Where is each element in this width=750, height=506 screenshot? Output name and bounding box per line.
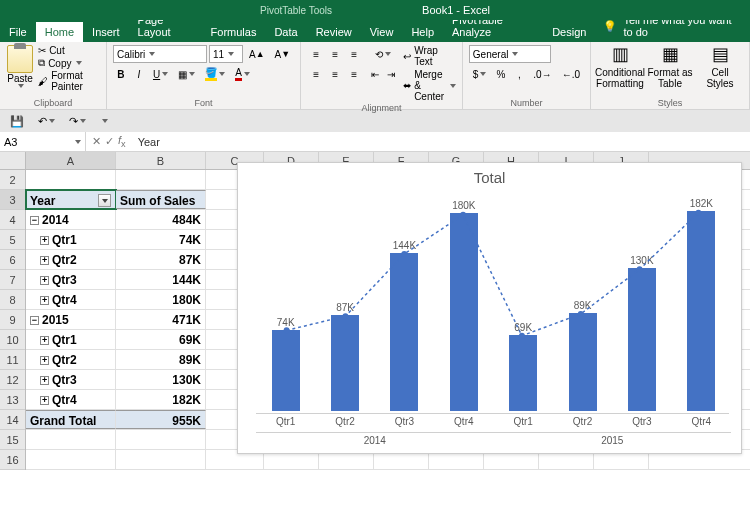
cell[interactable]: 182K (116, 390, 206, 409)
column-header[interactable]: A (26, 152, 116, 169)
align-top-button[interactable]: ≡ (307, 45, 325, 63)
tab-view[interactable]: View (361, 22, 403, 42)
column-header[interactable]: B (116, 152, 206, 169)
increase-font-button[interactable]: A▲ (245, 45, 269, 63)
expand-collapse-button[interactable]: + (40, 296, 49, 305)
cell[interactable] (116, 170, 206, 189)
cell[interactable]: 144K (116, 270, 206, 289)
underline-button[interactable]: U (149, 65, 172, 83)
orientation-button[interactable]: ⟲ (367, 45, 399, 63)
tab-insert[interactable]: Insert (83, 22, 129, 42)
italic-button[interactable]: I (131, 65, 147, 83)
row-header[interactable]: 3 (0, 190, 25, 210)
tab-review[interactable]: Review (307, 22, 361, 42)
name-box[interactable]: A3 (0, 132, 86, 151)
fill-color-button[interactable]: 🪣 (201, 65, 229, 83)
cell[interactable] (26, 430, 116, 449)
number-format-combo[interactable]: General (469, 45, 551, 63)
filter-button[interactable] (98, 194, 111, 207)
align-right-button[interactable]: ≡ (345, 65, 363, 83)
expand-collapse-button[interactable]: + (40, 396, 49, 405)
cell[interactable]: 87K (116, 250, 206, 269)
font-name-combo[interactable]: Calibri (113, 45, 207, 63)
increase-indent-button[interactable]: ⇥ (383, 65, 399, 83)
cell[interactable]: +Qtr1 (26, 230, 116, 249)
expand-collapse-button[interactable]: + (40, 356, 49, 365)
tab-data[interactable]: Data (265, 22, 306, 42)
cell[interactable]: +Qtr3 (26, 370, 116, 389)
cell[interactable]: 955K (116, 410, 206, 429)
borders-button[interactable]: ▦ (174, 65, 199, 83)
font-color-button[interactable]: A (231, 65, 254, 83)
align-middle-button[interactable]: ≡ (326, 45, 344, 63)
row-header[interactable]: 12 (0, 370, 25, 390)
cell[interactable] (116, 430, 206, 449)
wrap-text-button[interactable]: ↩Wrap Text (403, 45, 456, 67)
cell[interactable]: 74K (116, 230, 206, 249)
row-header[interactable]: 5 (0, 230, 25, 250)
conditional-formatting-button[interactable]: ▥Conditional Formatting (597, 45, 643, 89)
bold-button[interactable]: B (113, 65, 129, 83)
cell[interactable]: Grand Total (26, 410, 116, 429)
row-header[interactable]: 10 (0, 330, 25, 350)
row-header[interactable]: 2 (0, 170, 25, 190)
cell[interactable]: 180K (116, 290, 206, 309)
currency-button[interactable]: $ (469, 65, 491, 83)
expand-collapse-button[interactable]: + (40, 376, 49, 385)
expand-collapse-button[interactable]: + (40, 336, 49, 345)
expand-collapse-button[interactable]: + (40, 276, 49, 285)
expand-collapse-button[interactable]: + (40, 236, 49, 245)
row-header[interactable]: 14 (0, 410, 25, 430)
row-header[interactable]: 9 (0, 310, 25, 330)
row-header[interactable]: 6 (0, 250, 25, 270)
cut-button[interactable]: ✂Cut (38, 45, 100, 56)
font-size-combo[interactable]: 11 (209, 45, 243, 63)
expand-collapse-button[interactable]: − (30, 316, 39, 325)
expand-collapse-button[interactable]: + (40, 256, 49, 265)
align-bottom-button[interactable]: ≡ (345, 45, 363, 63)
cell[interactable]: 130K (116, 370, 206, 389)
increase-decimal-button[interactable]: .0→ (529, 65, 555, 83)
undo-button[interactable]: ↶ (34, 112, 59, 130)
cell[interactable]: 89K (116, 350, 206, 369)
pivot-chart[interactable]: Total 74K87K144K180K69K89K130K182K Qtr1Q… (237, 162, 742, 454)
decrease-indent-button[interactable]: ⇤ (367, 65, 383, 83)
cell[interactable]: Year (26, 190, 116, 209)
align-left-button[interactable]: ≡ (307, 65, 325, 83)
format-as-table-button[interactable]: ▦Format as Table (647, 45, 693, 89)
merge-center-button[interactable]: ⬌Merge & Center (403, 69, 456, 102)
qat-customize-button[interactable] (96, 112, 112, 130)
align-center-button[interactable]: ≡ (326, 65, 344, 83)
cell[interactable]: 69K (116, 330, 206, 349)
row-header[interactable]: 8 (0, 290, 25, 310)
cell[interactable]: +Qtr4 (26, 390, 116, 409)
decrease-font-button[interactable]: A▼ (271, 45, 295, 63)
cell[interactable] (26, 170, 116, 189)
tab-home[interactable]: Home (36, 22, 83, 42)
cell[interactable]: Sum of Sales (116, 190, 206, 209)
enter-icon[interactable]: ✓ (105, 135, 114, 148)
comma-button[interactable]: , (511, 65, 527, 83)
cell[interactable]: +Qtr3 (26, 270, 116, 289)
cell[interactable]: +Qtr4 (26, 290, 116, 309)
cell[interactable] (26, 450, 116, 469)
format-painter-button[interactable]: 🖌Format Painter (38, 70, 100, 92)
tab-help[interactable]: Help (402, 22, 443, 42)
paste-button[interactable]: Paste (6, 45, 34, 88)
formula-bar[interactable]: Year (132, 136, 750, 148)
row-header[interactable]: 13 (0, 390, 25, 410)
select-all-corner[interactable] (0, 152, 26, 170)
row-header[interactable]: 16 (0, 450, 25, 470)
copy-button[interactable]: ⧉Copy (38, 57, 100, 69)
row-header[interactable]: 7 (0, 270, 25, 290)
cell[interactable]: +Qtr1 (26, 330, 116, 349)
expand-collapse-button[interactable]: − (30, 216, 39, 225)
tab-design[interactable]: Design (543, 22, 595, 42)
tab-formulas[interactable]: Formulas (202, 22, 266, 42)
save-button[interactable]: 💾 (6, 112, 28, 130)
cell[interactable]: −2014 (26, 210, 116, 229)
redo-button[interactable]: ↷ (65, 112, 90, 130)
tab-file[interactable]: File (0, 22, 36, 42)
row-header[interactable]: 11 (0, 350, 25, 370)
fx-icon[interactable]: fx (118, 134, 126, 149)
